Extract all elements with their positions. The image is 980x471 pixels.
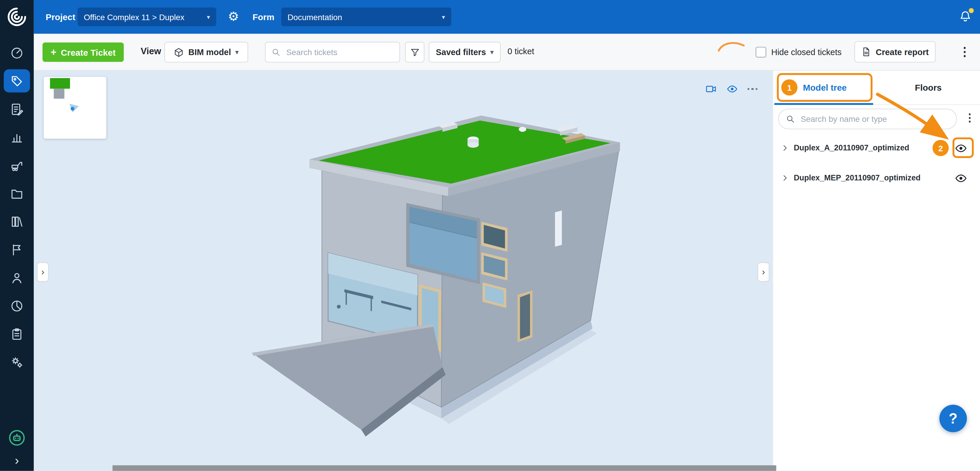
ticket-count: 0 ticket xyxy=(508,47,535,56)
visibility-eye-icon[interactable] xyxy=(726,83,738,95)
tab-model-tree[interactable]: Model tree xyxy=(773,71,877,104)
create-ticket-label: Create Ticket xyxy=(61,47,116,57)
sidebar-item-form[interactable] xyxy=(0,95,34,123)
section-view-icon[interactable] xyxy=(705,83,717,95)
sidebar-collapse-chevron-icon[interactable]: › xyxy=(15,455,19,466)
minimap-ramp xyxy=(54,89,64,98)
bottom-bar xyxy=(113,465,776,471)
pie-chart-icon xyxy=(10,299,24,312)
eye-visibility-toggle-icon[interactable] xyxy=(955,171,967,184)
tab-floors[interactable]: Floors xyxy=(877,71,980,104)
bim-3d-viewport[interactable]: › › xyxy=(34,71,773,471)
search-icon xyxy=(786,114,795,124)
library-icon xyxy=(10,214,24,228)
panel-tabs: Model tree Floors xyxy=(773,71,980,105)
chevron-down-icon: ▾ xyxy=(490,49,493,56)
model-tree-list: Duplex_A_20110907_optimizedDuplex_MEP_20… xyxy=(773,133,980,193)
form-label: Form xyxy=(253,0,274,34)
sidebar-item-clipboard[interactable] xyxy=(0,320,34,348)
gauge-icon xyxy=(10,46,24,60)
annotation-squiggle xyxy=(717,39,746,55)
sidebar-item-chart[interactable] xyxy=(0,123,34,151)
toolbar: + Create Ticket View BIM model ▾ Saved f… xyxy=(34,34,980,71)
app-logo-icon[interactable] xyxy=(5,5,29,29)
panel-search-input[interactable] xyxy=(799,114,950,124)
gears-icon xyxy=(10,355,24,369)
project-settings-gear-icon[interactable]: ⚙ xyxy=(227,10,240,23)
chevron-down-icon: ▾ xyxy=(235,49,239,56)
plus-icon: + xyxy=(51,47,57,58)
equipment-icon xyxy=(10,158,24,172)
minimap-camera-cursor-icon xyxy=(69,103,80,114)
viewport-overflow-menu-icon[interactable] xyxy=(747,88,757,90)
view-label: View xyxy=(141,46,161,56)
sidebar-item-library[interactable] xyxy=(0,207,34,235)
sidebar: › xyxy=(0,0,34,471)
folder-icon xyxy=(10,187,24,200)
bim-model-label: BIM model xyxy=(188,48,231,57)
panel-overflow-menu-icon[interactable]: ⋮ xyxy=(964,111,975,124)
topbar: Project Office Complex 11 > Duplex ▾ ⚙ F… xyxy=(34,0,980,34)
sidebar-item-tag[interactable] xyxy=(0,67,34,95)
eye-visibility-toggle-icon[interactable] xyxy=(955,141,967,154)
create-report-label: Create report xyxy=(876,47,929,57)
bim-3d-model xyxy=(34,71,773,471)
chevron-down-icon: ▾ xyxy=(207,13,210,21)
tag-icon xyxy=(10,74,24,88)
notification-dot xyxy=(969,8,974,13)
chevron-right-icon[interactable] xyxy=(781,174,789,182)
search-icon xyxy=(271,48,281,57)
app-window: › Project Office Complex 11 > Duplex ▾ ⚙… xyxy=(0,0,980,471)
sidebar-item-flag[interactable] xyxy=(0,236,34,263)
minimap-roof xyxy=(50,78,70,89)
left-panel-expander[interactable]: › xyxy=(37,262,49,282)
form-icon xyxy=(10,102,24,116)
chevron-down-icon: ▾ xyxy=(442,13,445,21)
funnel-icon xyxy=(410,47,420,57)
sidebar-bottom: › xyxy=(0,428,34,466)
tree-row: Duplex_MEP_20110907_optimized xyxy=(773,163,980,193)
saved-filters-dropdown[interactable]: Saved filters ▾ xyxy=(429,42,501,63)
sidebar-item-equipment[interactable] xyxy=(0,151,34,179)
tree-row: Duplex_A_20110907_optimized xyxy=(773,133,980,163)
create-report-button[interactable]: Create report xyxy=(854,41,935,62)
project-dropdown[interactable]: Office Complex 11 > Duplex ▾ xyxy=(78,8,216,26)
filter-button[interactable] xyxy=(405,42,425,63)
cube-icon xyxy=(174,47,184,57)
sidebar-item-gears[interactable] xyxy=(0,348,34,376)
minimap[interactable] xyxy=(44,77,106,139)
assistant-robot-icon[interactable] xyxy=(8,428,26,447)
sidebar-item-folder[interactable] xyxy=(0,179,34,207)
create-ticket-button[interactable]: + Create Ticket xyxy=(43,43,124,62)
sidebar-item-person[interactable] xyxy=(0,263,34,292)
tree-item-label[interactable]: Duplex_A_20110907_optimized xyxy=(794,144,955,152)
panel-search-box xyxy=(778,109,957,129)
flag-icon xyxy=(10,243,24,257)
sidebar-item-pie-chart[interactable] xyxy=(0,292,34,320)
project-dropdown-value: Office Complex 11 > Duplex xyxy=(84,12,185,22)
sidebar-nav xyxy=(0,39,34,376)
search-tickets-input[interactable] xyxy=(285,47,394,57)
form-dropdown[interactable]: Documentation ▾ xyxy=(281,8,451,26)
chart-icon xyxy=(10,130,24,144)
tree-item-label[interactable]: Duplex_MEP_20110907_optimized xyxy=(794,174,955,182)
project-label: Project xyxy=(46,0,75,34)
right-panel-expander[interactable]: › xyxy=(757,262,769,282)
person-icon xyxy=(10,271,24,284)
clipboard-icon xyxy=(10,327,24,341)
viewport-tools xyxy=(705,83,757,95)
search-tickets-box xyxy=(265,42,400,63)
pdf-report-icon xyxy=(861,47,871,57)
toolbar-overflow-menu-icon[interactable]: ⋮ xyxy=(959,44,970,59)
saved-filters-label: Saved filters xyxy=(436,48,486,57)
help-button[interactable]: ? xyxy=(939,405,967,432)
bim-model-dropdown[interactable]: BIM model ▾ xyxy=(164,42,248,63)
hide-closed-label: Hide closed tickets xyxy=(771,48,842,57)
chevron-right-icon[interactable] xyxy=(781,144,789,152)
sidebar-item-gauge[interactable] xyxy=(0,39,34,67)
form-dropdown-value: Documentation xyxy=(288,12,342,22)
hide-closed-checkbox[interactable] xyxy=(756,47,766,57)
